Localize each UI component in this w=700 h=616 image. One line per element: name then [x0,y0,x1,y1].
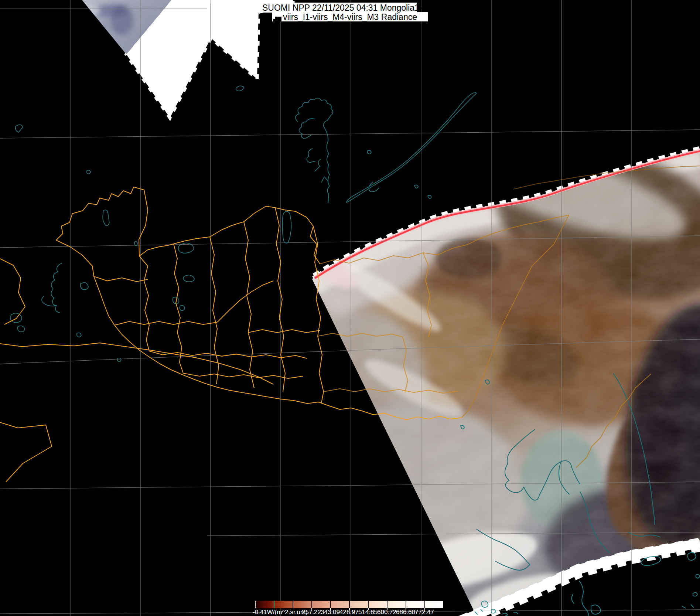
colorbar-gradient [255,601,443,608]
colorbar-labels: -0.41W/(m^2.sr.um) 257.22 343.09 428.97 … [255,609,443,616]
colorbar-tick-label: 514.85 [358,609,378,616]
colorbar-tick [330,601,331,608]
colorbar-tick-label: 686.60 [396,609,415,616]
colorbar-tick-label: 257.22 [302,609,321,616]
colorbar-tick [368,601,369,608]
colorbar-tick [387,601,387,608]
colorbar-tick [311,601,312,608]
map-canvas [0,0,700,616]
colorbar-tick [349,601,350,608]
colorbar-end-cap [442,601,443,608]
colorbar-tick-label: 600.72 [377,609,396,616]
colorbar-unit-label: -0.41W/(m^2.sr.um) [253,609,308,616]
colorbar-tick-label: 772.47 [415,609,434,616]
page-subtitle: viirs_I1-viirs_M4-viirs_M3 Radiance [283,13,417,21]
radiance-colorbar: -0.41W/(m^2.sr.um) 257.22 343.09 428.97 … [255,601,443,608]
page-title: SUOMI NPP 22/11/2025 04:31 Mongolia1km [262,4,431,12]
satellite-quicklook: SUOMI NPP 22/11/2025 04:31 Mongolia1km v… [0,0,700,616]
colorbar-tick-label: 343.09 [321,609,340,616]
colorbar-marker-tick [274,601,274,608]
colorbar-tick [406,601,406,608]
composite-marker-glyph [275,17,281,21]
colorbar-tick [424,601,425,608]
colorbar-tick [293,601,293,608]
colorbar-tick-label: 428.97 [339,609,359,616]
colorbar-tick [255,601,256,608]
